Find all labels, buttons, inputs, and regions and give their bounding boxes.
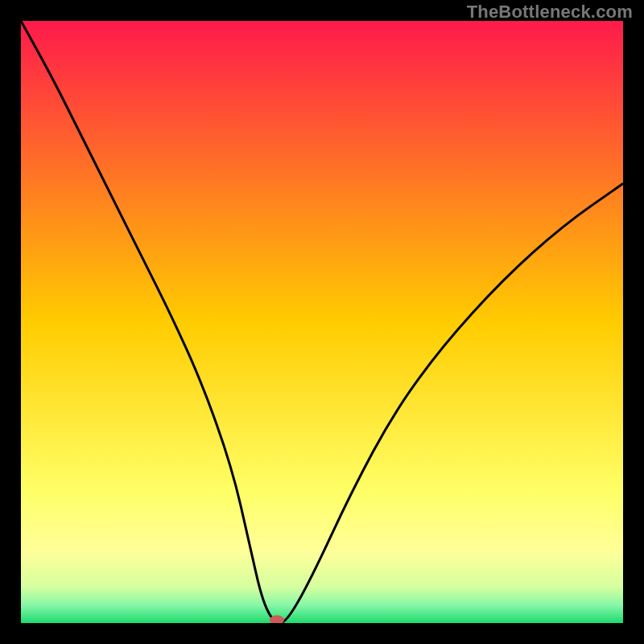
gradient-background [21,21,623,623]
chart-frame: TheBottleneck.com [0,0,644,644]
plot-area [21,21,623,623]
bottleneck-chart [21,21,623,623]
watermark-label: TheBottleneck.com [467,2,633,23]
